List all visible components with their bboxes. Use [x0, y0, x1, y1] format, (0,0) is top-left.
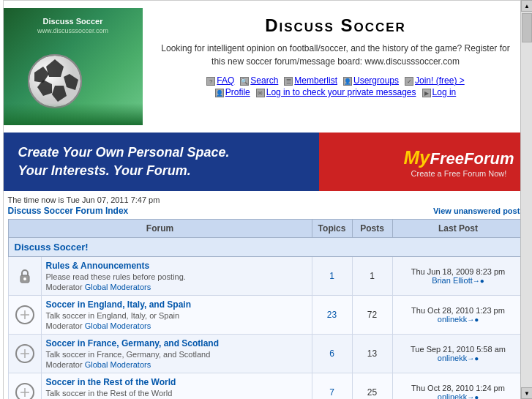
- forum-topics-count: 23: [312, 296, 352, 335]
- forum-status-icon: [8, 335, 41, 373]
- site-tagline: Looking for intelligent opinion on footb…: [157, 42, 514, 68]
- forum-topics-count: 1: [312, 257, 352, 296]
- header-content: Discuss Soccer Looking for intelligent o…: [143, 8, 529, 125]
- posts-col-header: Posts: [352, 220, 392, 238]
- memberlist-icon: ☰: [284, 77, 293, 86]
- lastpost-col-header: Last Post: [392, 220, 524, 238]
- last-post-user-link[interactable]: onlinekk: [438, 315, 467, 324]
- faq-link[interactable]: ?FAQ: [206, 75, 234, 86]
- last-post-arrow: →●: [467, 316, 479, 324]
- profile-icon: 👤: [215, 89, 224, 97]
- forum-table: Forum Topics Posts Last Post Discuss Soc…: [8, 219, 525, 399]
- search-link[interactable]: 🔍Search: [240, 75, 278, 86]
- logo-url: www.discusssoccer.com: [4, 27, 143, 34]
- banner-brand: MyFreeForum Create a Free Forum Now!: [403, 146, 514, 178]
- forum-posts-count: 25: [352, 373, 392, 400]
- folder-icon: [15, 305, 35, 325]
- usergroups-icon: 👤: [343, 77, 352, 86]
- soccer-ball-icon: [26, 52, 84, 111]
- moderator-link[interactable]: Global Moderators: [85, 360, 151, 369]
- login-icon: ▶: [422, 89, 431, 97]
- topics-link[interactable]: 23: [327, 310, 337, 320]
- forum-name-link[interactable]: Rules & Announcements: [46, 261, 150, 271]
- scroll-thumb[interactable]: [522, 13, 532, 42]
- forum-name-link[interactable]: Soccer in France, Germany, and Scotland: [46, 338, 220, 348]
- last-post-user-link[interactable]: onlinekk: [438, 392, 467, 399]
- folder-icon: [15, 382, 35, 399]
- forum-posts-count: 1: [352, 257, 392, 296]
- forum-moderator: Moderator Global Moderators: [46, 283, 307, 291]
- last-post-user-link[interactable]: Brian Elliott: [432, 276, 473, 285]
- forum-last-post: Thu Oct 28, 2010 1:24 pmonlinekk→●: [392, 373, 524, 400]
- table-row: Rules & Announcements Please read these …: [8, 257, 524, 296]
- forum-info-cell: Soccer in the Rest of the World Talk soc…: [41, 373, 312, 400]
- forum-description: Talk soccer in the Rest of the World: [46, 389, 307, 398]
- forum-status-icon: [8, 257, 41, 296]
- mff-logo: MyFreeForum: [403, 146, 514, 169]
- memberlist-link[interactable]: ☰Memberlist: [284, 75, 337, 86]
- locked-icon: [17, 266, 33, 286]
- usergroups-link[interactable]: 👤Usergroups: [343, 75, 399, 86]
- table-header-row: Forum Topics Posts Last Post: [8, 220, 524, 238]
- table-row: Soccer in the Rest of the World Talk soc…: [8, 373, 524, 400]
- forum-moderator: Moderator Global Moderators: [46, 321, 307, 330]
- section-label: Discuss Soccer!: [8, 238, 524, 257]
- forum-name-link[interactable]: Soccer in England, Italy, and Spain: [46, 299, 192, 310]
- forum-posts-count: 72: [352, 296, 392, 335]
- forum-last-post: Tue Sep 21, 2010 5:58 amonlinekk→●: [392, 335, 524, 373]
- forum-last-post: Thu Jun 18, 2009 8:23 pmBrian Elliott→●: [392, 257, 524, 296]
- svg-point-8: [23, 277, 26, 280]
- forum-info-cell: Soccer in France, Germany, and Scotland …: [41, 335, 312, 373]
- moderator-link[interactable]: Global Moderators: [85, 321, 151, 330]
- mail-icon: ✉: [256, 89, 265, 97]
- last-post-arrow: →●: [473, 277, 484, 285]
- table-row: Soccer in England, Italy, and Spain Talk…: [8, 296, 524, 335]
- time-notice: The time now is Tue Jun 07, 2011 7:47 pm: [8, 195, 525, 204]
- moderator-link[interactable]: Global Moderators: [85, 283, 151, 291]
- join-link[interactable]: ✓Join! (free) >: [405, 75, 465, 86]
- topics-link[interactable]: 1: [329, 271, 334, 281]
- unanswered-link[interactable]: View unanswered posts: [433, 206, 525, 215]
- join-icon: ✓: [405, 77, 413, 86]
- forum-description: Talk soccer in France, Germany, and Scot…: [46, 350, 307, 359]
- section-header-row: Discuss Soccer!: [8, 238, 524, 257]
- forum-info-cell: Soccer in England, Italy, and Spain Talk…: [41, 296, 312, 335]
- forum-moderator: Moderator Global Moderators: [46, 360, 307, 369]
- breadcrumb-row: Discuss Soccer Forum Index View unanswer…: [8, 206, 525, 216]
- forum-area: The time now is Tue Jun 07, 2011 7:47 pm…: [4, 195, 529, 399]
- last-post-user-link[interactable]: onlinekk: [438, 354, 467, 362]
- forum-name-link[interactable]: Soccer in the Rest of the World: [46, 377, 176, 387]
- forum-description: Please read these rules before posting.: [46, 272, 307, 281]
- last-post-arrow: →●: [467, 393, 479, 399]
- forum-posts-count: 13: [352, 335, 392, 373]
- topics-link[interactable]: 7: [329, 387, 334, 398]
- header: Discuss Soccer www.discusssoccer.com: [4, 1, 529, 133]
- site-logo: Discuss Soccer www.discusssoccer.com: [4, 8, 143, 125]
- scrollbar[interactable]: ▲ ▼: [520, 0, 532, 399]
- login-link[interactable]: ▶Log in: [422, 87, 457, 97]
- last-post-arrow: →●: [467, 354, 479, 362]
- scroll-up-button[interactable]: ▲: [521, 0, 532, 12]
- forum-last-post: Thu Oct 28, 2010 1:23 pmonlinekk→●: [392, 296, 524, 335]
- topics-col-header: Topics: [312, 220, 352, 238]
- nav-row-2: 👤Profile ✉Log in to check your private m…: [157, 87, 514, 97]
- forum-topics-count: 6: [312, 335, 352, 373]
- banner-ad[interactable]: Create Your Own Personal Space. Your Int…: [4, 133, 529, 191]
- folder-icon: [15, 343, 35, 364]
- profile-link[interactable]: 👤Profile: [215, 87, 250, 97]
- topics-link[interactable]: 6: [329, 348, 334, 359]
- faq-icon: ?: [206, 77, 215, 86]
- forum-status-icon: [8, 296, 41, 335]
- forum-col-header: Forum: [8, 220, 312, 238]
- forum-info-cell: Rules & Announcements Please read these …: [41, 257, 312, 296]
- banner-text: Create Your Own Personal Space. Your Int…: [18, 143, 230, 180]
- scroll-down-button[interactable]: ▼: [521, 387, 532, 399]
- login-check-link[interactable]: ✉Log in to check your private messages: [256, 87, 416, 97]
- forum-description: Talk soccer in England, Italy, or Spain: [46, 311, 307, 320]
- forum-topics-count: 7: [312, 373, 352, 400]
- breadcrumb-link[interactable]: Discuss Soccer Forum Index: [8, 206, 129, 216]
- nav-row-1: ?FAQ 🔍Search ☰Memberlist 👤Usergroups ✓Jo…: [157, 75, 514, 86]
- forum-status-icon: [8, 373, 41, 400]
- logo-title: Discuss Soccer: [4, 17, 143, 26]
- site-title: Discuss Soccer: [157, 15, 514, 36]
